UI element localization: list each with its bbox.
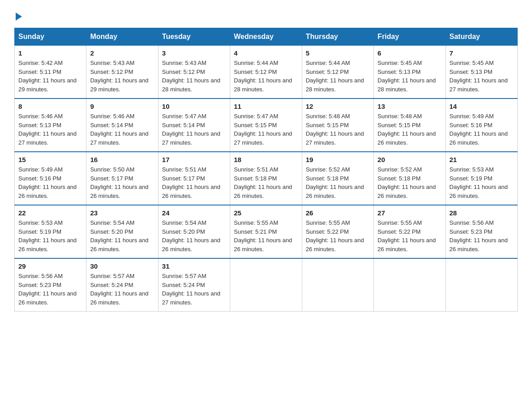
calendar-cell: 9Sunrise: 5:46 AMSunset: 5:14 PMDaylight… [86,98,158,152]
calendar-cell: 4Sunrise: 5:44 AMSunset: 5:12 PMDaylight… [230,46,302,99]
calendar-week-row: 8Sunrise: 5:46 AMSunset: 5:13 PMDaylight… [15,98,518,152]
calendar-week-row: 29Sunrise: 5:56 AMSunset: 5:23 PMDayligh… [15,258,518,312]
calendar-cell: 31Sunrise: 5:57 AMSunset: 5:24 PMDayligh… [158,258,230,312]
day-info: Sunrise: 5:52 AMSunset: 5:18 PMDaylight:… [378,165,442,200]
day-info: Sunrise: 5:57 AMSunset: 5:24 PMDaylight:… [90,272,154,307]
day-number: 25 [234,209,298,217]
calendar-cell: 19Sunrise: 5:52 AMSunset: 5:18 PMDayligh… [302,152,373,205]
day-info: Sunrise: 5:56 AMSunset: 5:23 PMDaylight:… [450,218,514,253]
day-number: 4 [234,49,298,57]
calendar-cell: 14Sunrise: 5:49 AMSunset: 5:16 PMDayligh… [446,98,517,152]
calendar-cell: 13Sunrise: 5:48 AMSunset: 5:15 PMDayligh… [374,98,446,152]
day-number: 20 [378,156,442,163]
day-info: Sunrise: 5:43 AMSunset: 5:12 PMDaylight:… [90,59,154,94]
day-number: 7 [450,49,514,57]
calendar-cell: 20Sunrise: 5:52 AMSunset: 5:18 PMDayligh… [374,152,446,205]
calendar-cell: 5Sunrise: 5:44 AMSunset: 5:12 PMDaylight… [302,46,373,99]
day-number: 17 [162,156,226,163]
calendar-cell: 29Sunrise: 5:56 AMSunset: 5:23 PMDayligh… [15,258,86,312]
weekday-header-tuesday: Tuesday [158,28,230,46]
day-number: 29 [18,262,82,270]
day-info: Sunrise: 5:51 AMSunset: 5:17 PMDaylight:… [162,165,226,200]
calendar-table: SundayMondayTuesdayWednesdayThursdayFrid… [14,28,518,312]
day-info: Sunrise: 5:49 AMSunset: 5:16 PMDaylight:… [18,165,82,200]
logo-triangle-icon [16,13,22,21]
weekday-header-thursday: Thursday [302,28,373,46]
calendar-cell: 15Sunrise: 5:49 AMSunset: 5:16 PMDayligh… [15,152,86,205]
calendar-cell: 2Sunrise: 5:43 AMSunset: 5:12 PMDaylight… [86,46,158,99]
day-info: Sunrise: 5:42 AMSunset: 5:11 PMDaylight:… [18,59,82,94]
day-number: 8 [18,103,82,110]
day-number: 6 [378,49,442,57]
day-number: 5 [306,49,370,57]
calendar-cell: 7Sunrise: 5:45 AMSunset: 5:13 PMDaylight… [446,46,517,99]
calendar-cell: 1Sunrise: 5:42 AMSunset: 5:11 PMDaylight… [15,46,86,99]
day-number: 1 [18,49,82,57]
calendar-cell: 6Sunrise: 5:45 AMSunset: 5:13 PMDaylight… [374,46,446,99]
weekday-header-saturday: Saturday [446,28,517,46]
calendar-cell: 30Sunrise: 5:57 AMSunset: 5:24 PMDayligh… [86,258,158,312]
day-number: 12 [306,103,370,110]
calendar-cell [302,258,373,312]
day-info: Sunrise: 5:45 AMSunset: 5:13 PMDaylight:… [450,59,514,94]
calendar-cell: 24Sunrise: 5:54 AMSunset: 5:20 PMDayligh… [158,205,230,258]
day-info: Sunrise: 5:53 AMSunset: 5:19 PMDaylight:… [18,218,82,253]
day-info: Sunrise: 5:44 AMSunset: 5:12 PMDaylight:… [306,59,370,94]
day-number: 23 [90,209,154,217]
day-info: Sunrise: 5:49 AMSunset: 5:16 PMDaylight:… [450,112,514,147]
day-number: 19 [306,156,370,163]
day-info: Sunrise: 5:51 AMSunset: 5:18 PMDaylight:… [234,165,298,200]
day-info: Sunrise: 5:48 AMSunset: 5:15 PMDaylight:… [306,112,370,147]
calendar-cell: 18Sunrise: 5:51 AMSunset: 5:18 PMDayligh… [230,152,302,205]
calendar-week-row: 1Sunrise: 5:42 AMSunset: 5:11 PMDaylight… [15,46,518,99]
day-info: Sunrise: 5:53 AMSunset: 5:19 PMDaylight:… [450,165,514,200]
day-number: 2 [90,49,154,57]
day-number: 27 [378,209,442,217]
calendar-cell: 26Sunrise: 5:55 AMSunset: 5:22 PMDayligh… [302,205,373,258]
calendar-cell: 25Sunrise: 5:55 AMSunset: 5:21 PMDayligh… [230,205,302,258]
calendar-cell [374,258,446,312]
calendar-cell: 21Sunrise: 5:53 AMSunset: 5:19 PMDayligh… [446,152,517,205]
day-info: Sunrise: 5:48 AMSunset: 5:15 PMDaylight:… [378,112,442,147]
day-number: 26 [306,209,370,217]
day-info: Sunrise: 5:47 AMSunset: 5:14 PMDaylight:… [162,112,226,147]
weekday-header-sunday: Sunday [15,28,86,46]
calendar-cell: 23Sunrise: 5:54 AMSunset: 5:20 PMDayligh… [86,205,158,258]
day-info: Sunrise: 5:54 AMSunset: 5:20 PMDaylight:… [162,218,226,253]
day-number: 24 [162,209,226,217]
day-number: 11 [234,103,298,110]
weekday-header-wednesday: Wednesday [230,28,302,46]
day-info: Sunrise: 5:45 AMSunset: 5:13 PMDaylight:… [378,59,442,94]
day-number: 10 [162,103,226,110]
day-number: 9 [90,103,154,110]
day-number: 16 [90,156,154,163]
day-info: Sunrise: 5:55 AMSunset: 5:21 PMDaylight:… [234,218,298,253]
day-info: Sunrise: 5:46 AMSunset: 5:14 PMDaylight:… [90,112,154,147]
calendar-week-row: 15Sunrise: 5:49 AMSunset: 5:16 PMDayligh… [15,152,518,205]
day-info: Sunrise: 5:47 AMSunset: 5:15 PMDaylight:… [234,112,298,147]
logo [14,11,22,19]
day-number: 18 [234,156,298,163]
day-info: Sunrise: 5:50 AMSunset: 5:17 PMDaylight:… [90,165,154,200]
calendar-cell: 8Sunrise: 5:46 AMSunset: 5:13 PMDaylight… [15,98,86,152]
day-info: Sunrise: 5:55 AMSunset: 5:22 PMDaylight:… [306,218,370,253]
weekday-header-friday: Friday [374,28,446,46]
day-number: 21 [450,156,514,163]
calendar-cell: 10Sunrise: 5:47 AMSunset: 5:14 PMDayligh… [158,98,230,152]
day-info: Sunrise: 5:54 AMSunset: 5:20 PMDaylight:… [90,218,154,253]
day-info: Sunrise: 5:44 AMSunset: 5:12 PMDaylight:… [234,59,298,94]
calendar-cell: 16Sunrise: 5:50 AMSunset: 5:17 PMDayligh… [86,152,158,205]
calendar-cell: 22Sunrise: 5:53 AMSunset: 5:19 PMDayligh… [15,205,86,258]
day-info: Sunrise: 5:56 AMSunset: 5:23 PMDaylight:… [18,272,82,307]
calendar-cell [446,258,517,312]
calendar-cell: 27Sunrise: 5:55 AMSunset: 5:22 PMDayligh… [374,205,446,258]
calendar-cell: 28Sunrise: 5:56 AMSunset: 5:23 PMDayligh… [446,205,517,258]
day-info: Sunrise: 5:57 AMSunset: 5:24 PMDaylight:… [162,272,226,307]
day-info: Sunrise: 5:55 AMSunset: 5:22 PMDaylight:… [378,218,442,253]
day-info: Sunrise: 5:43 AMSunset: 5:12 PMDaylight:… [162,59,226,94]
day-info: Sunrise: 5:46 AMSunset: 5:13 PMDaylight:… [18,112,82,147]
day-number: 30 [90,262,154,270]
calendar-cell: 11Sunrise: 5:47 AMSunset: 5:15 PMDayligh… [230,98,302,152]
calendar-week-row: 22Sunrise: 5:53 AMSunset: 5:19 PMDayligh… [15,205,518,258]
weekday-header-row: SundayMondayTuesdayWednesdayThursdayFrid… [15,28,518,46]
